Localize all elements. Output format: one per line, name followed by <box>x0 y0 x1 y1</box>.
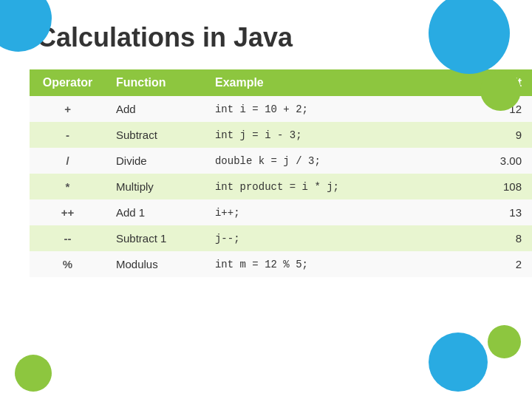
cell-operator: * <box>30 174 106 200</box>
table-row: %Modulusint m = 12 % 5;2 <box>30 251 532 277</box>
cell-result: 13 <box>463 200 532 225</box>
cell-function: Add <box>106 96 205 122</box>
table-header-row: Operator Function Example Result <box>30 69 532 96</box>
deco-circle-topright-small <box>480 70 521 111</box>
header-operator: Operator <box>30 69 106 96</box>
cell-function: Subtract 1 <box>106 225 205 251</box>
cell-operator: % <box>30 251 106 277</box>
table-row: *Multiplyint product = i * j;108 <box>30 174 532 200</box>
deco-circle-topright-large <box>429 0 510 74</box>
header-example: Example <box>205 69 463 96</box>
cell-function: Modulus <box>106 251 205 277</box>
cell-example: j--; <box>205 225 463 251</box>
cell-result: 9 <box>463 122 532 148</box>
cell-example: int j = i - 3; <box>205 122 463 148</box>
cell-function: Subtract <box>106 122 205 148</box>
cell-operator: -- <box>30 225 106 251</box>
table-row: /Dividedouble k = j / 3;3.00 <box>30 148 532 174</box>
cell-result: 2 <box>463 251 532 277</box>
cell-operator: + <box>30 96 106 122</box>
cell-operator: ++ <box>30 200 106 225</box>
table-row: ++Add 1i++;13 <box>30 200 532 225</box>
deco-circle-bottomright-large <box>429 332 488 392</box>
slide: Calculations in Java Operator Function E… <box>0 0 532 399</box>
cell-operator: - <box>30 122 106 148</box>
cell-result: 8 <box>463 225 532 251</box>
cell-function: Divide <box>106 148 205 174</box>
table-row: --Subtract 1j--;8 <box>30 225 532 251</box>
table-row: -Subtractint j = i - 3;9 <box>30 122 532 148</box>
deco-circle-bottomright-small <box>488 325 521 358</box>
cell-example: int i = 10 + 2; <box>205 96 463 122</box>
cell-example: double k = j / 3; <box>205 148 463 174</box>
deco-circle-bottomleft <box>15 355 52 392</box>
cell-example: i++; <box>205 200 463 225</box>
cell-function: Add 1 <box>106 200 205 225</box>
cell-function: Multiply <box>106 174 205 200</box>
cell-example: int m = 12 % 5; <box>205 251 463 277</box>
header-function: Function <box>106 69 205 96</box>
table-row: +Addint i = 10 + 2;12 <box>30 96 532 122</box>
cell-result: 108 <box>463 174 532 200</box>
calculations-table: Operator Function Example Result +Addint… <box>30 69 532 277</box>
cell-operator: / <box>30 148 106 174</box>
cell-example: int product = i * j; <box>205 174 463 200</box>
cell-result: 3.00 <box>463 148 532 174</box>
